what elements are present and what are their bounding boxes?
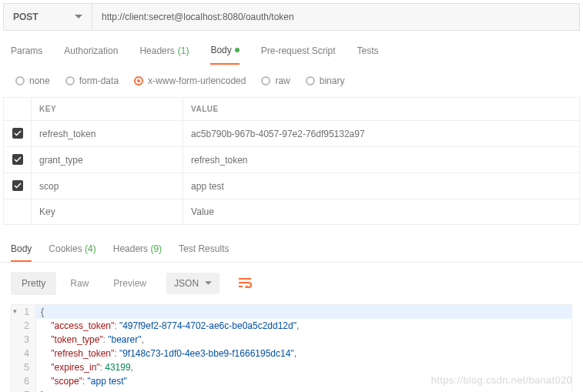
table-row-empty: Key Value	[4, 199, 580, 225]
table-row: refresh_token ac5b790b-967b-4057-97e2-76…	[4, 121, 580, 147]
request-bar: POST http://client:secret@localhost:8080…	[3, 3, 580, 31]
tab-headers[interactable]: Headers (1)	[139, 45, 189, 65]
wrap-lines-button[interactable]	[232, 273, 258, 295]
tab-params[interactable]: Params	[11, 45, 42, 65]
value-cell[interactable]: ac5b790b-967b-4057-97e2-76df95132a97	[183, 121, 580, 147]
cookies-count: (4)	[85, 243, 96, 254]
tab-response-headers[interactable]: Headers (9)	[113, 243, 162, 262]
value-header: VALUE	[183, 98, 580, 121]
radio-urlencoded[interactable]: x-www-form-urlencoded	[134, 75, 246, 86]
tab-tests[interactable]: Tests	[357, 45, 378, 65]
http-method-select[interactable]: POST	[4, 4, 92, 30]
value-input[interactable]: Value	[183, 199, 580, 225]
body-type-radios: none form-data x-www-form-urlencoded raw…	[0, 65, 583, 97]
tab-cookies[interactable]: Cookies (4)	[49, 243, 95, 262]
response-tabs: Body Cookies (4) Headers (9) Test Result…	[0, 231, 583, 262]
key-cell[interactable]: refresh_token	[32, 121, 183, 147]
preview-button[interactable]: Preview	[102, 272, 157, 295]
checkbox-header	[4, 98, 32, 121]
table-row: scop app test	[4, 173, 580, 199]
url-input[interactable]: http://client:secret@localhost:8080/oaut…	[92, 4, 579, 30]
response-toolbar: Pretty Raw Preview JSON	[0, 262, 583, 304]
key-input[interactable]: Key	[32, 199, 183, 225]
http-method-label: POST	[13, 12, 39, 22]
radio-none[interactable]: none	[15, 75, 50, 86]
tab-headers-label: Headers	[139, 45, 174, 56]
radio-form-data[interactable]: form-data	[65, 75, 119, 86]
value-cell[interactable]: app test	[183, 173, 580, 199]
tab-authorization[interactable]: Authorization	[64, 45, 118, 65]
headers-count: (1)	[178, 45, 189, 56]
watermark: https://blog.csdn.net/banat020	[431, 374, 572, 386]
request-tabs: Params Authorization Headers (1) Body Pr…	[0, 31, 583, 65]
row-checkbox[interactable]	[12, 154, 23, 165]
dot-icon	[235, 48, 240, 52]
key-cell[interactable]: grant_type	[32, 147, 183, 173]
radio-raw[interactable]: raw	[261, 75, 290, 86]
chevron-down-icon	[75, 15, 82, 19]
value-cell[interactable]: refresh_token	[183, 147, 580, 173]
wrap-icon	[238, 277, 252, 288]
key-cell[interactable]: scop	[32, 173, 183, 199]
response-headers-count: (9)	[150, 243, 162, 254]
row-checkbox[interactable]	[12, 128, 23, 139]
raw-button[interactable]: Raw	[59, 272, 99, 295]
chevron-down-icon	[205, 281, 212, 286]
tab-prerequest[interactable]: Pre-request Script	[261, 45, 336, 65]
fold-icon[interactable]: ▾	[13, 307, 17, 317]
radio-binary[interactable]: binary	[306, 75, 345, 86]
tab-test-results[interactable]: Test Results	[179, 243, 229, 262]
kv-table: KEY VALUE refresh_token ac5b790b-967b-40…	[3, 97, 580, 225]
tab-response-body[interactable]: Body	[11, 243, 32, 262]
row-checkbox[interactable]	[12, 180, 23, 191]
tab-body-label: Body	[210, 45, 231, 55]
pretty-button[interactable]: Pretty	[11, 272, 56, 295]
table-row: grant_type refresh_token	[4, 147, 580, 173]
tab-body[interactable]: Body	[210, 45, 239, 65]
key-header: KEY	[32, 98, 183, 121]
format-select[interactable]: JSON	[166, 273, 219, 294]
